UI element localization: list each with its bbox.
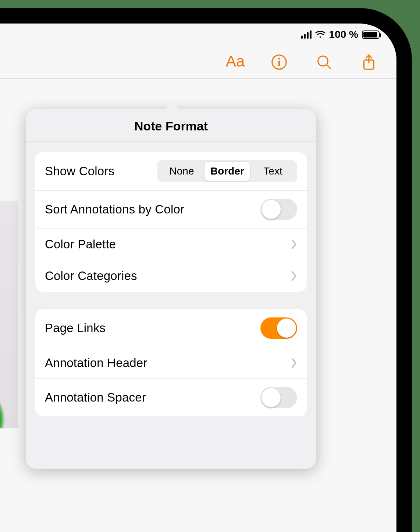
search-icon (316, 54, 332, 71)
screen: 100 % Aa (0, 24, 396, 532)
show-colors-segmented[interactable]: None Border Text (157, 160, 297, 182)
wifi-icon (315, 30, 325, 39)
info-icon (271, 54, 288, 71)
svg-rect-2 (278, 61, 280, 66)
battery-percent-text: 100 % (329, 29, 358, 40)
segment-text[interactable]: Text (250, 162, 296, 181)
page-links-toggle[interactable] (260, 317, 297, 339)
row-show-colors: Show Colors None Border Text (35, 152, 307, 191)
share-icon (360, 54, 377, 71)
segment-border[interactable]: Border (204, 162, 250, 181)
info-button[interactable] (270, 53, 288, 71)
group-annotations: Page Links Annotation Header Annotation … (35, 309, 307, 416)
color-categories-label: Color Categories (45, 269, 137, 283)
annotation-header-label: Annotation Header (45, 356, 147, 370)
toolbar: Aa (0, 46, 396, 79)
chevron-right-icon (291, 358, 297, 368)
page-links-label: Page Links (45, 321, 106, 335)
svg-point-3 (318, 56, 328, 66)
row-page-links: Page Links (35, 309, 307, 347)
sort-annotations-label: Sort Annotations by Color (45, 202, 184, 216)
svg-line-4 (327, 65, 331, 68)
row-annotation-header[interactable]: Annotation Header (35, 347, 307, 379)
row-sort-annotations: Sort Annotations by Color (35, 191, 307, 229)
status-bar: 100 % (0, 24, 396, 46)
color-palette-label: Color Palette (45, 237, 116, 251)
note-format-popover: Note Format Show Colors None Border Text… (26, 109, 316, 469)
device-frame: 100 % Aa (0, 8, 412, 532)
battery-icon (362, 30, 380, 39)
format-button[interactable]: Aa (225, 53, 243, 71)
row-annotation-spacer: Annotation Spacer (35, 379, 307, 416)
show-colors-label: Show Colors (45, 164, 114, 178)
sort-annotations-toggle[interactable] (260, 199, 297, 220)
row-color-palette[interactable]: Color Palette (35, 229, 307, 260)
annotation-spacer-label: Annotation Spacer (45, 391, 146, 405)
svg-point-1 (278, 57, 280, 59)
text-format-icon: Aa (226, 54, 243, 71)
popover-title: Note Format (26, 109, 316, 142)
segment-none[interactable]: None (159, 162, 204, 181)
annotation-spacer-toggle[interactable] (260, 387, 297, 408)
search-button[interactable] (315, 53, 333, 71)
chevron-right-icon (291, 271, 297, 281)
row-color-categories[interactable]: Color Categories (35, 260, 307, 292)
chevron-right-icon (291, 239, 297, 249)
group-colors: Show Colors None Border Text Sort Annota… (35, 152, 307, 292)
status-icons: 100 % (301, 29, 380, 40)
share-button[interactable] (360, 53, 378, 71)
cellular-signal-icon (301, 30, 312, 39)
page-image (0, 201, 18, 428)
